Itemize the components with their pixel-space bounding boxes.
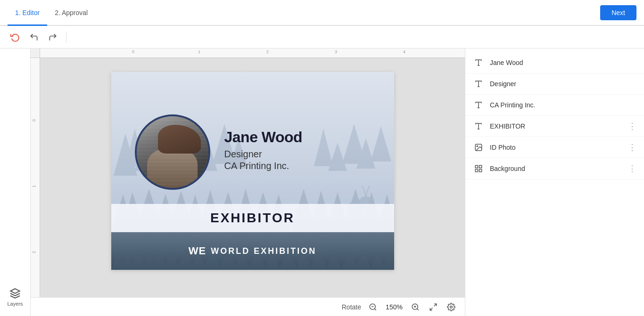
header: 1. Editor 2. Approval Next: [0, 0, 644, 26]
svg-marker-57: [326, 249, 342, 270]
svg-marker-46: [163, 250, 180, 270]
svg-marker-12: [328, 143, 347, 171]
ruler-vertical: 0 1 2 3: [31, 58, 40, 316]
svg-line-63: [374, 308, 376, 310]
svg-rect-84: [479, 170, 482, 172]
footer-logo-display: WE: [189, 245, 206, 257]
main-area: Layers 0 1 2 3 4 5 0 1 2 3: [0, 49, 644, 316]
svg-marker-60: [370, 251, 386, 270]
layer-item-ca-printing[interactable]: CA Printing Inc.: [465, 95, 644, 116]
redo-button[interactable]: [45, 30, 60, 45]
pattern-type-icon: [473, 163, 484, 174]
badge-company-display: CA Printing Inc.: [224, 161, 303, 172]
svg-rect-85: [475, 170, 478, 172]
badge-footer: WE WORLD EXHIBITION: [111, 232, 394, 270]
svg-marker-11: [314, 129, 333, 166]
zoom-in-icon: [411, 303, 420, 311]
badge-text-info: Jane Wood Designer CA Printing Inc.: [224, 128, 303, 171]
undo-icon: [29, 32, 39, 42]
badge-role-display: EXHIBITOR: [210, 211, 295, 226]
layer-menu-exhibitor[interactable]: ⋮: [628, 121, 636, 131]
image-type-icon: [473, 142, 484, 153]
svg-line-21: [366, 190, 368, 196]
bottom-bar: Rotate 150%: [31, 297, 465, 316]
badge-title-display: Designer: [224, 149, 303, 160]
rotate-button[interactable]: Rotate: [342, 303, 361, 311]
svg-point-71: [450, 306, 453, 308]
settings-button[interactable]: [445, 301, 457, 313]
layers-panel: Jane Wood Designer CA Prin: [465, 49, 644, 316]
zoom-level-display: 150%: [385, 303, 404, 311]
ruler-horizontal: 0 1 2 3 4 5: [40, 49, 465, 58]
svg-marker-0: [10, 289, 20, 293]
svg-line-69: [434, 304, 437, 306]
svg-point-81: [477, 146, 478, 146]
layer-item-id-photo[interactable]: ID Photo ⋮: [465, 137, 644, 158]
canvas-area: 0 1 2 3 4 5 0 1 2 3: [31, 49, 465, 316]
svg-line-23: [368, 186, 370, 190]
next-button[interactable]: Next: [600, 5, 636, 20]
id-photo-circle: [135, 114, 210, 190]
text-type-icon-3: [473, 99, 484, 111]
svg-line-22: [362, 186, 364, 190]
fit-screen-button[interactable]: [427, 301, 439, 313]
ruler-corner: [31, 49, 40, 58]
svg-rect-82: [475, 165, 478, 168]
svg-marker-59: [355, 249, 372, 270]
gear-icon: [447, 303, 455, 311]
svg-rect-83: [479, 165, 482, 168]
svg-line-70: [430, 308, 432, 310]
layer-item-background[interactable]: Background ⋮: [465, 158, 644, 179]
layer-item-designer[interactable]: Designer: [465, 73, 644, 95]
toolbar-divider: [66, 32, 66, 43]
history-button[interactable]: [8, 30, 23, 45]
text-type-icon-2: [473, 78, 484, 89]
layer-menu-id-photo[interactable]: ⋮: [628, 142, 636, 153]
zoom-out-button[interactable]: [367, 301, 379, 313]
history-icon: [10, 32, 20, 42]
zoom-out-icon: [369, 303, 377, 311]
layer-item-jane-wood[interactable]: Jane Wood: [465, 52, 644, 73]
svg-marker-58: [340, 251, 359, 270]
svg-marker-61: [382, 250, 394, 270]
tab-bar: 1. Editor 2. Approval: [8, 0, 95, 25]
tab-editor[interactable]: 1. Editor: [8, 1, 47, 26]
fit-screen-icon: [429, 303, 438, 311]
layer-item-exhibitor[interactable]: EXHIBITOR ⋮: [465, 116, 644, 137]
undo-button[interactable]: [26, 30, 41, 45]
photo-bg: [137, 116, 208, 188]
exhibitor-band: EXHIBITOR: [111, 204, 394, 232]
text-type-icon-4: [473, 121, 484, 132]
toolbar: [0, 26, 644, 49]
text-type-icon: [473, 57, 484, 68]
svg-line-66: [417, 308, 418, 310]
svg-line-20: [364, 190, 366, 196]
zoom-in-button[interactable]: [409, 301, 421, 313]
layers-button[interactable]: Layers: [0, 283, 30, 311]
redo-icon: [48, 32, 58, 42]
tab-approval[interactable]: 2. Approval: [47, 1, 95, 26]
canvas-scroll[interactable]: Jane Wood Designer CA Printing Inc. EXHI…: [40, 58, 465, 297]
left-panel: Layers: [0, 49, 31, 316]
badge-name-display: Jane Wood: [224, 128, 303, 146]
layers-icon: [9, 288, 21, 299]
svg-marker-15: [371, 126, 391, 162]
layer-menu-background[interactable]: ⋮: [628, 163, 636, 174]
badge-card: Jane Wood Designer CA Printing Inc. EXHI…: [111, 72, 394, 270]
footer-text-display: WORLD EXHIBITION: [211, 246, 316, 256]
